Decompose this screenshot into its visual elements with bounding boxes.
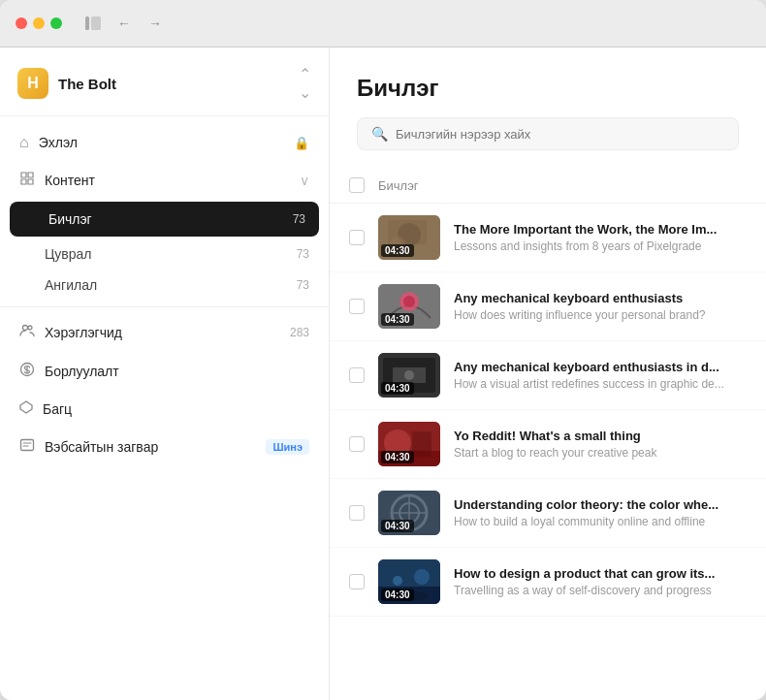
content-chevron-icon: ∨ [300,173,309,188]
sidebar-item-members[interactable]: Хэрэглэгчид 283 [0,313,329,352]
browser-chrome: ← → [0,0,766,48]
brand-name: The Bolt [58,76,116,92]
sidebar-item-content[interactable]: Контент ∨ [0,161,329,200]
item-thumbnail: 04:30 [378,559,440,604]
item-subtitle: How to build a loyal community online an… [454,515,747,528]
main-content: Бичлэг 🔍 Бичлэг [330,48,766,700]
traffic-lights [16,17,62,29]
svg-point-17 [404,370,414,380]
item-info: How to design a product that can grow it… [454,566,747,597]
traffic-light-green[interactable] [50,17,62,29]
duration-badge: 04:30 [381,244,414,257]
item-subtitle: Start a blog to reach your creative peak [454,446,747,460]
item-checkbox[interactable] [349,505,365,521]
packages-icon [19,400,33,418]
search-icon: 🔍 [371,126,388,142]
browser-toolbar: ← → [81,12,167,35]
item-title: Yo Reddit! What's a small thing [454,429,747,443]
sidebar-brand[interactable]: H The Bolt [17,68,116,99]
browser-window: ← → H The Bolt ⌃⌄ ⌂ Эхлэл 🔒 [0,0,766,700]
list-header-label: Бичлэг [378,178,419,193]
sidebar-item-posts[interactable]: Бичлэг 73 [10,202,319,237]
item-subtitle: Lessons and insights from 8 years of Pix… [454,239,747,253]
sidebar-divider [0,306,329,307]
svg-rect-1 [91,16,101,30]
duration-badge: 04:30 [381,382,414,395]
sidebar-header: H The Bolt ⌃⌄ [0,48,329,116]
item-thumbnail: 04:30 [378,353,440,398]
app-layout: H The Bolt ⌃⌄ ⌂ Эхлэл 🔒 [0,48,766,700]
sidebar-item-series[interactable]: Цуврал 73 [0,239,329,270]
item-thumbnail: 04:30 [378,422,440,466]
revenue-icon [19,362,35,381]
sidebar-item-packages[interactable]: Багц [0,391,329,428]
content-icon [19,171,35,190]
main-header: Бичлэг 🔍 [330,48,766,168]
item-subtitle: How does writing influence your personal… [454,308,747,322]
list-header: Бичлэг [330,168,766,204]
item-title: Any mechanical keyboard enthusiasts [454,291,747,305]
select-all-checkbox[interactable] [349,177,365,193]
item-subtitle: Travelling as a way of self-discovery an… [454,584,747,597]
item-info: Any mechanical keyboard enthusiasts How … [454,291,747,322]
traffic-light-yellow[interactable] [33,17,45,29]
svg-rect-10 [388,220,427,244]
traffic-light-red[interactable] [16,17,27,29]
website-icon [19,437,35,457]
content-list: Бичлэг 04:30 [330,168,766,700]
list-item[interactable]: 04:30 Yo Reddit! What's a small thing St… [330,410,766,479]
item-thumbnail: 04:30 [378,491,440,535]
sidebar: H The Bolt ⌃⌄ ⌂ Эхлэл 🔒 [0,48,330,700]
item-title: How to design a product that can grow it… [454,566,747,581]
item-checkbox[interactable] [349,574,365,589]
new-badge: Шинэ [266,439,309,455]
item-info: Yo Reddit! What's a small thing Start a … [454,429,747,460]
sidebar-item-home[interactable]: ⌂ Эхлэл 🔒 [0,124,329,161]
svg-point-30 [393,576,402,586]
home-icon: ⌂ [19,134,29,151]
duration-badge: 04:30 [381,520,414,532]
item-checkbox[interactable] [349,299,365,314]
sidebar-item-categories[interactable]: Ангилал 73 [0,270,329,301]
search-bar[interactable]: 🔍 [357,117,739,150]
svg-point-2 [23,326,28,331]
lock-icon: 🔒 [294,136,309,150]
forward-button[interactable]: → [144,12,167,35]
sidebar-nav: ⌂ Эхлэл 🔒 Контент ∨ Бичлэг [0,116,329,474]
svg-point-13 [403,296,415,307]
sidebar-toggle-button[interactable] [81,12,105,35]
item-title: Understanding color theory: the color wh… [454,497,747,512]
svg-point-3 [28,326,32,330]
page-title: Бичлэг [357,75,739,102]
item-checkbox[interactable] [349,436,365,452]
list-item[interactable]: 04:30 Any mechanical keyboard enthusiast… [330,272,766,341]
sidebar-item-website[interactable]: Вэбсайтын загвар Шинэ [0,428,329,466]
list-item[interactable]: 04:30 Any mechanical keyboard enthusiast… [330,341,766,410]
item-title: The More Important the Work, the More Im… [454,222,747,237]
item-checkbox[interactable] [349,367,365,383]
svg-point-29 [414,569,430,585]
brand-logo: H [17,68,48,99]
search-input[interactable] [396,127,724,142]
svg-rect-5 [21,440,34,451]
item-info: The More Important the Work, the More Im… [454,222,747,253]
item-subtitle: How a visual artist redefines success in… [454,377,747,391]
list-item[interactable]: 04:30 The More Important the Work, the M… [330,204,766,272]
svg-rect-0 [85,16,89,30]
members-icon [19,323,35,342]
item-thumbnail: 04:30 [378,215,440,260]
back-button[interactable]: ← [112,12,136,35]
item-info: Any mechanical keyboard enthusiasts in d… [454,360,747,391]
sidebar-item-revenue[interactable]: Борлуулалт [0,352,329,391]
item-title: Any mechanical keyboard enthusiasts in d… [454,360,747,374]
list-item[interactable]: 04:30 Understanding color theory: the co… [330,479,766,548]
item-thumbnail: 04:30 [378,284,440,329]
workspace-switcher-icon[interactable]: ⌃⌄ [299,65,311,102]
list-item[interactable]: 04:30 How to design a product that can g… [330,548,766,617]
item-checkbox[interactable] [349,230,365,245]
duration-badge: 04:30 [381,589,414,601]
duration-badge: 04:30 [381,451,414,463]
item-info: Understanding color theory: the color wh… [454,497,747,528]
duration-badge: 04:30 [381,313,414,326]
